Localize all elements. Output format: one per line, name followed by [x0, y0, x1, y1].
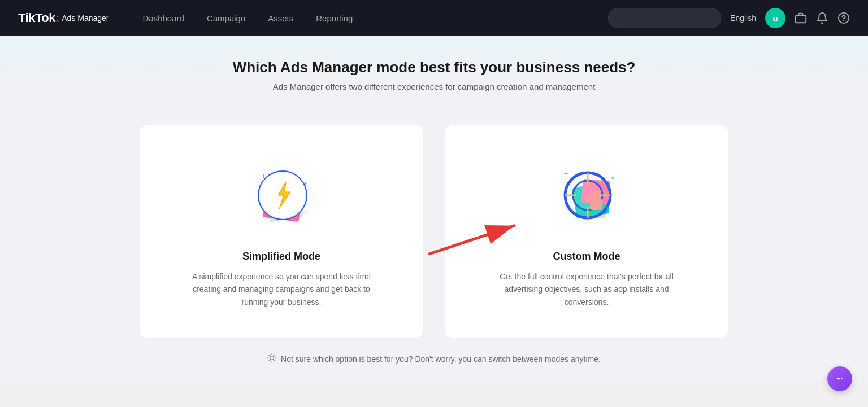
- help-icon[interactable]: [837, 12, 850, 24]
- nav-item-assets[interactable]: Assets: [268, 14, 293, 23]
- svg-text:✦: ✦: [610, 175, 615, 181]
- footer-note-text: Not sure which option is best for you? D…: [281, 355, 601, 364]
- mode-cards-row: + ✦ ✦ + Simplified Mode A simplified exp…: [123, 125, 745, 338]
- svg-rect-25: [598, 191, 601, 201]
- hero-section: Which Ads Manager mode best fits your bu…: [0, 36, 868, 103]
- bell-icon[interactable]: [816, 12, 828, 24]
- avatar[interactable]: u: [765, 8, 785, 28]
- svg-text:+: +: [304, 209, 307, 215]
- brand-colon: :: [55, 11, 59, 25]
- nav-item-dashboard[interactable]: Dashboard: [142, 14, 184, 23]
- svg-point-32: [839, 378, 841, 380]
- navbar: TikTok : Ads Manager Dashboard Campaign …: [0, 0, 868, 36]
- main-content: + ✦ ✦ + Simplified Mode A simplified exp…: [0, 103, 868, 382]
- simplified-mode-card[interactable]: + ✦ ✦ + Simplified Mode A simplified exp…: [140, 125, 423, 338]
- search-input[interactable]: [608, 8, 721, 28]
- brand-logo[interactable]: TikTok : Ads Manager: [18, 11, 108, 25]
- custom-mode-desc: Get the full control experience that's p…: [496, 270, 677, 308]
- svg-rect-0: [796, 15, 806, 23]
- nav-menu: Dashboard Campaign Assets Reporting: [142, 14, 608, 23]
- svg-rect-24: [594, 190, 597, 201]
- chat-bubble-button[interactable]: [827, 366, 852, 391]
- custom-illustration: + ✦ +: [541, 149, 632, 239]
- bulb-icon: [267, 353, 276, 365]
- svg-rect-26: [587, 196, 590, 203]
- svg-rect-23: [590, 192, 593, 202]
- simplified-illustration: + ✦ ✦ +: [236, 149, 327, 239]
- svg-text:+: +: [564, 170, 568, 178]
- custom-mode-title: Custom Mode: [553, 251, 620, 262]
- svg-text:+: +: [262, 172, 266, 180]
- hero-subtitle: Ads Manager offers two different experie…: [11, 82, 857, 91]
- simplified-mode-title: Simplified Mode: [242, 251, 320, 262]
- language-selector[interactable]: English: [730, 14, 756, 23]
- nav-item-campaign[interactable]: Campaign: [207, 14, 245, 23]
- svg-point-30: [270, 356, 274, 360]
- brand-ads-text: Ads Manager: [62, 14, 108, 23]
- svg-point-31: [837, 378, 839, 380]
- footer-note: Not sure which option is best for you? D…: [267, 353, 601, 365]
- briefcase-icon[interactable]: [795, 12, 807, 24]
- svg-point-33: [841, 378, 843, 380]
- brand-tiktok-text: TikTok: [18, 11, 55, 25]
- svg-text:✦: ✦: [266, 215, 270, 221]
- svg-text:+: +: [606, 205, 609, 211]
- svg-text:✦: ✦: [303, 181, 307, 187]
- hero-title: Which Ads Manager mode best fits your bu…: [11, 59, 857, 76]
- custom-mode-card[interactable]: + ✦ + Custom Mode Get the full control e…: [445, 125, 728, 338]
- simplified-mode-desc: A simplified experience so you can spend…: [191, 270, 372, 308]
- navbar-right: English u: [608, 8, 850, 28]
- nav-item-reporting[interactable]: Reporting: [316, 14, 353, 23]
